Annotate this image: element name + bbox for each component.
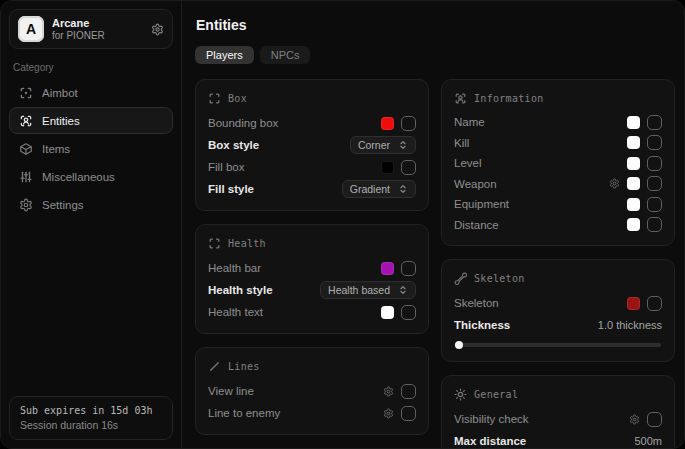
row-distance: Distance [454, 215, 662, 236]
row-label: Fill style [208, 183, 254, 195]
brand-text: Arcane for PIONER [52, 17, 143, 41]
diagonal-line-icon [208, 360, 221, 373]
distance-checkbox[interactable] [647, 217, 662, 232]
panel-lines: Lines View line Line to enemy [195, 347, 429, 435]
row-line-to-enemy: Line to enemy [208, 402, 416, 424]
equipment-checkbox[interactable] [647, 197, 662, 212]
skeleton-checkbox[interactable] [647, 296, 662, 311]
fill-style-dropdown[interactable]: Gradient [342, 180, 416, 198]
health-bar-checkbox[interactable] [401, 261, 416, 276]
row-label: Name [454, 116, 485, 128]
color-swatch[interactable] [627, 177, 640, 190]
panel-health-header: Health [208, 234, 416, 252]
unfold-icon [398, 140, 408, 150]
crosshair-scan-icon [19, 86, 33, 100]
tab-players[interactable]: Players [195, 46, 254, 64]
app-logo: A [18, 16, 44, 42]
gear-icon[interactable] [383, 386, 394, 397]
row-health-bar: Health bar [208, 257, 416, 279]
row-label: Weapon [454, 178, 497, 190]
corner-brackets-icon [208, 92, 221, 105]
health-style-dropdown[interactable]: Health based [320, 281, 416, 299]
bounding-box-checkbox[interactable] [401, 116, 416, 131]
panel-skeleton: Skeleton Skeleton Thickness 1.0 thicknes… [441, 259, 675, 362]
row-label: Thickness [454, 319, 510, 331]
panel-box-header: Box [208, 89, 416, 107]
sidebar-item-items[interactable]: Items [9, 135, 173, 162]
health-text-checkbox[interactable] [401, 305, 416, 320]
thickness-slider[interactable] [455, 343, 661, 347]
row-view-line: View line [208, 380, 416, 402]
row-label: Skeleton [454, 297, 499, 309]
kill-checkbox[interactable] [647, 135, 662, 150]
tab-npcs[interactable]: NPCs [260, 46, 311, 64]
panel-lines-header: Lines [208, 357, 416, 375]
sidebar: A Arcane for PIONER Category Aimbot Enti… [1, 1, 182, 448]
slider-thumb[interactable] [455, 341, 463, 349]
color-swatch[interactable] [381, 161, 394, 174]
color-swatch[interactable] [627, 218, 640, 231]
brand-title: Arcane [52, 17, 143, 30]
row-fill-style: Fill style Gradient [208, 178, 416, 200]
row-label: Visibility check [454, 413, 529, 425]
sub-expires-text: Sub expires in 15d 03h [20, 405, 162, 416]
color-swatch[interactable] [627, 297, 640, 310]
tab-bar: Players NPCs [195, 46, 675, 64]
gear-icon[interactable] [629, 414, 640, 425]
category-label: Category [13, 62, 169, 73]
gear-icon[interactable] [383, 408, 394, 419]
row-name: Name [454, 112, 662, 133]
row-label: Max distance [454, 435, 526, 447]
color-swatch[interactable] [627, 157, 640, 170]
gear-icon[interactable] [609, 178, 620, 189]
level-checkbox[interactable] [647, 156, 662, 171]
row-skeleton: Skeleton [454, 292, 662, 314]
sidebar-nav: Aimbot Entities Items Miscellaneous Sett… [9, 79, 173, 218]
page-title: Entities [196, 17, 675, 33]
color-swatch[interactable] [627, 198, 640, 211]
row-label: Health text [208, 306, 263, 318]
panel-information: Information Name Kill [441, 79, 675, 246]
dropdown-value: Corner [358, 139, 390, 151]
panel-general: General Visibility check Max distance 50… [441, 375, 675, 448]
sidebar-item-entities[interactable]: Entities [9, 107, 173, 134]
view-line-checkbox[interactable] [401, 384, 416, 399]
color-swatch[interactable] [381, 117, 394, 130]
color-swatch[interactable] [381, 306, 394, 319]
row-weapon: Weapon [454, 174, 662, 195]
row-label: View line [208, 385, 254, 397]
main-content: Entities Players NPCs Box Bounding box [182, 1, 684, 448]
right-column: Information Name Kill [441, 79, 675, 448]
row-fill-box: Fill box [208, 156, 416, 178]
gear-icon[interactable] [151, 23, 164, 36]
row-health-text: Health text [208, 301, 416, 323]
row-health-style: Health style Health based [208, 279, 416, 301]
max-distance-value: 500m [634, 435, 662, 447]
box-style-dropdown[interactable]: Corner [350, 136, 416, 154]
line-to-enemy-checkbox[interactable] [401, 406, 416, 421]
panel-title: Box [228, 93, 247, 104]
visibility-check-checkbox[interactable] [647, 412, 662, 427]
row-thickness: Thickness 1.0 thickness [454, 314, 662, 336]
unfold-icon [398, 184, 408, 194]
fill-box-checkbox[interactable] [401, 160, 416, 175]
sidebar-item-miscellaneous[interactable]: Miscellaneous [9, 163, 173, 190]
row-label: Health bar [208, 262, 261, 274]
color-swatch[interactable] [627, 116, 640, 129]
color-swatch[interactable] [627, 136, 640, 149]
gear-icon [19, 198, 33, 212]
color-swatch[interactable] [381, 262, 394, 275]
subscription-info-card: Sub expires in 15d 03h Session duration … [9, 396, 173, 440]
sidebar-item-label: Aimbot [42, 87, 78, 99]
row-max-distance: Max distance 500m [454, 430, 662, 448]
weapon-checkbox[interactable] [647, 176, 662, 191]
dropdown-value: Gradient [350, 183, 390, 195]
sidebar-item-label: Settings [42, 199, 84, 211]
corner-brackets-icon [208, 237, 221, 250]
row-bounding-box: Bounding box [208, 112, 416, 134]
sidebar-item-aimbot[interactable]: Aimbot [9, 79, 173, 106]
dropdown-value: Health based [328, 284, 390, 296]
sidebar-item-settings[interactable]: Settings [9, 191, 173, 218]
name-checkbox[interactable] [647, 115, 662, 130]
sidebar-item-label: Entities [42, 115, 80, 127]
